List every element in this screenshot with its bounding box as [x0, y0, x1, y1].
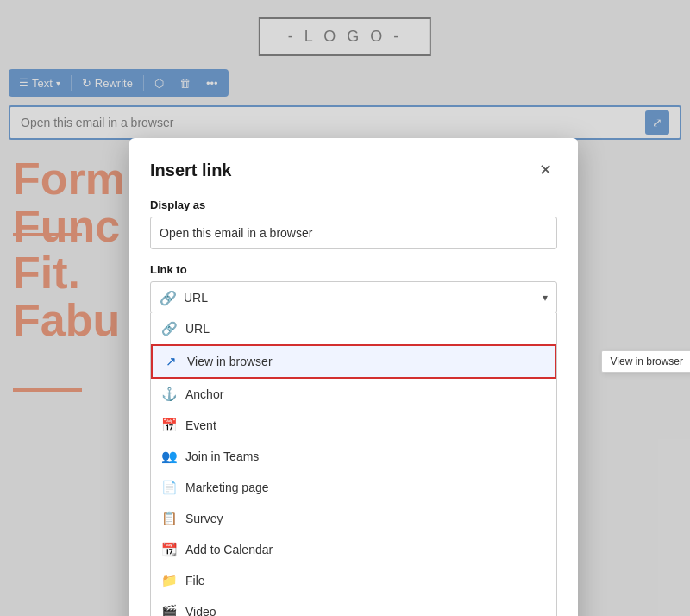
dropdown-selected-value: URL: [184, 291, 208, 305]
dropdown-item-view-in-browser[interactable]: ↗ View in browser View in browser: [151, 344, 556, 379]
link-to-group: Link to 🔗 URL ▾ 🔗 URL ↗ View in browser …: [150, 263, 557, 616]
dropdown-item-file[interactable]: 📁 File: [151, 565, 556, 596]
marketing-page-label: Marketing page: [185, 481, 269, 494]
survey-label: Survey: [185, 512, 223, 525]
file-icon: 📁: [161, 573, 177, 588]
anchor-icon: ⚓: [161, 387, 177, 402]
dropdown-item-survey[interactable]: 📋 Survey: [151, 503, 556, 534]
chevron-down-icon: ▾: [543, 292, 548, 304]
calendar-icon: 📆: [161, 542, 177, 557]
dropdown-item-join-in-teams[interactable]: 👥 Join in Teams: [151, 441, 556, 472]
dropdown-item-event[interactable]: 📅 Event: [151, 410, 556, 441]
dropdown-item-anchor[interactable]: ⚓ Anchor: [151, 379, 556, 410]
dropdown-item-video[interactable]: 🎬 Video: [151, 596, 556, 616]
modal-header: Insert link ✕: [150, 159, 557, 181]
teams-icon: 👥: [161, 449, 177, 464]
survey-icon: 📋: [161, 511, 177, 526]
url-label: URL: [185, 322, 210, 336]
dropdown-item-marketing-page[interactable]: 📄 Marketing page: [151, 472, 556, 503]
event-label: Event: [185, 418, 216, 432]
video-icon: 🎬: [161, 604, 177, 616]
dropdown-item-url[interactable]: 🔗 URL: [151, 313, 556, 344]
dropdown-left: 🔗 URL: [160, 290, 208, 306]
marketing-page-icon: 📄: [161, 480, 177, 495]
display-as-group: Display as: [150, 198, 557, 249]
tooltip-view-in-browser: View in browser: [601, 350, 690, 373]
display-as-input[interactable]: [150, 217, 557, 249]
join-in-teams-label: Join in Teams: [185, 449, 259, 463]
display-as-label: Display as: [150, 198, 557, 211]
link-to-label: Link to: [150, 263, 557, 276]
dropdown-item-add-to-calendar[interactable]: 📆 Add to Calendar: [151, 534, 556, 565]
link-to-dropdown[interactable]: 🔗 URL ▾: [150, 281, 557, 314]
event-icon: 📅: [161, 418, 177, 433]
url-icon: 🔗: [161, 321, 177, 336]
view-in-browser-icon: ↗: [163, 354, 179, 369]
file-label: File: [185, 574, 205, 588]
close-icon: ✕: [539, 161, 552, 179]
dropdown-list: 🔗 URL ↗ View in browser View in browser …: [150, 313, 557, 616]
video-label: Video: [185, 605, 216, 616]
insert-link-modal: Insert link ✕ Display as Link to 🔗 URL ▾…: [129, 138, 578, 616]
modal-close-button[interactable]: ✕: [534, 159, 557, 181]
view-in-browser-label: View in browser: [187, 355, 273, 368]
modal-title: Insert link: [150, 160, 231, 180]
add-to-calendar-label: Add to Calendar: [185, 543, 273, 556]
anchor-label: Anchor: [185, 387, 223, 401]
link-dropdown-icon: 🔗: [160, 290, 177, 306]
